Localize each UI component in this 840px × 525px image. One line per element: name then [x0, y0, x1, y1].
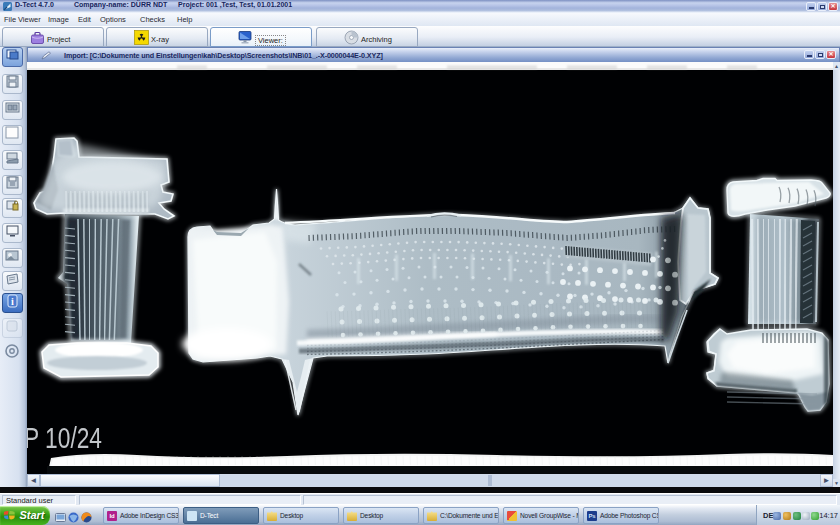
svg-text:i: i [11, 296, 14, 307]
svg-text:P 10/24: P 10/24 [27, 422, 102, 454]
